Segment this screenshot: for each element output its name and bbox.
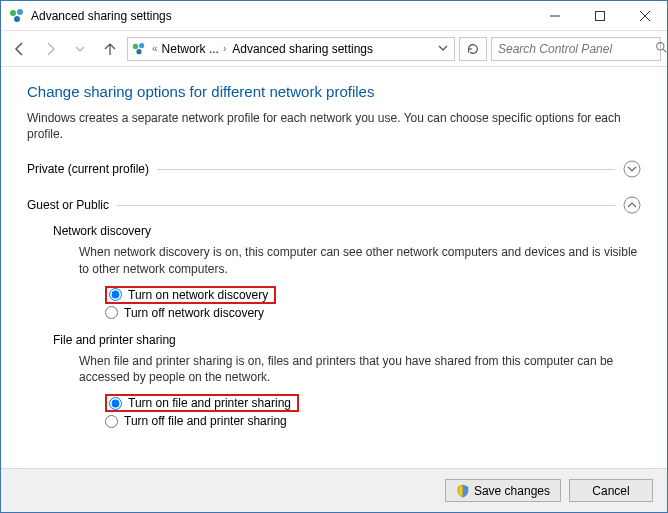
section-label: Private (current profile) [27,162,149,176]
up-button[interactable] [97,36,123,62]
svg-point-12 [624,161,640,177]
collapse-icon[interactable] [623,196,641,214]
group-title: Network discovery [53,224,641,238]
radio-file-printer-off[interactable]: Turn off file and printer sharing [105,413,641,429]
svg-point-0 [10,10,16,16]
section-private[interactable]: Private (current profile) [27,156,641,182]
shield-icon [456,484,470,498]
button-label: Cancel [592,484,629,498]
save-changes-button[interactable]: Save changes [445,479,561,502]
divider [117,205,615,206]
group-file-printer-sharing: File and printer sharing When file and p… [27,333,641,429]
back-button[interactable] [7,36,33,62]
highlight-box: Turn on network discovery [105,286,276,304]
radio-file-printer-on[interactable]: Turn on file and printer sharing [105,393,641,413]
divider [157,169,615,170]
cancel-button[interactable]: Cancel [569,479,653,502]
group-description: When network discovery is on, this compu… [53,244,641,276]
close-button[interactable] [622,1,667,31]
group-title: File and printer sharing [53,333,641,347]
section-label: Guest or Public [27,198,109,212]
svg-point-10 [657,42,664,49]
breadcrumb-label: Advanced sharing settings [232,42,373,56]
section-guest-public[interactable]: Guest or Public [27,192,641,218]
chevron-left-icon: « [152,43,158,54]
search-input[interactable] [496,41,651,57]
svg-line-11 [663,49,666,52]
radio-input[interactable] [105,415,118,428]
svg-point-9 [136,49,141,54]
breadcrumb-label: Network ... [162,42,219,56]
address-bar[interactable]: « Network ... › Advanced sharing setting… [127,37,455,61]
radio-network-discovery-off[interactable]: Turn off network discovery [105,305,641,321]
navbar: « Network ... › Advanced sharing setting… [1,31,667,67]
group-network-discovery: Network discovery When network discovery… [27,224,641,320]
page-heading: Change sharing options for different net… [27,83,641,100]
breadcrumb-segment[interactable]: Advanced sharing settings [232,42,373,56]
svg-point-13 [624,197,640,213]
radio-label: Turn off file and printer sharing [124,414,287,428]
address-dropdown-icon[interactable] [438,42,448,56]
network-icon [9,8,25,24]
svg-rect-4 [595,11,604,20]
forward-button[interactable] [37,36,63,62]
titlebar: Advanced sharing settings [1,1,667,31]
group-description: When file and printer sharing is on, fil… [53,353,641,385]
svg-point-1 [17,9,23,15]
page-description: Windows creates a separate network profi… [27,110,641,142]
search-icon [655,41,668,57]
radio-label: Turn off network discovery [124,306,264,320]
expand-icon[interactable] [623,160,641,178]
radio-input[interactable] [105,306,118,319]
content-area: Change sharing options for different net… [1,67,667,468]
breadcrumb-segment[interactable]: « Network ... › [152,42,226,56]
search-box[interactable] [491,37,661,61]
radio-label: Turn on file and printer sharing [128,396,291,410]
footer: Save changes Cancel [1,468,667,512]
svg-point-7 [133,43,138,48]
window-title: Advanced sharing settings [31,9,172,23]
radio-network-discovery-on[interactable]: Turn on network discovery [105,285,641,305]
radio-label: Turn on network discovery [128,288,268,302]
network-icon [132,42,146,56]
svg-point-2 [14,16,20,22]
highlight-box: Turn on file and printer sharing [105,394,299,412]
maximize-button[interactable] [577,1,622,31]
chevron-right-icon: › [223,43,226,54]
radio-input[interactable] [109,397,122,410]
recent-locations-button[interactable] [67,36,93,62]
button-label: Save changes [474,484,550,498]
radio-input[interactable] [109,288,122,301]
svg-point-8 [139,42,144,47]
refresh-button[interactable] [459,37,487,61]
minimize-button[interactable] [532,1,577,31]
